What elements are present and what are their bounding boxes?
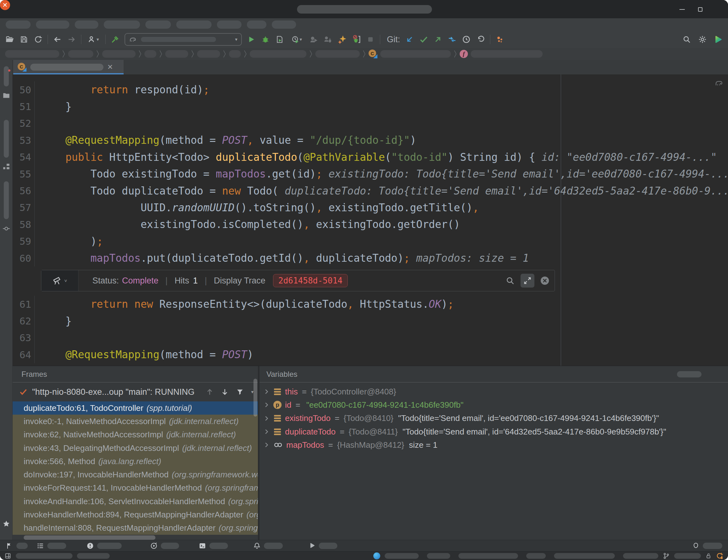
stripe-label-redacted[interactable] bbox=[4, 181, 9, 219]
git-push-icon[interactable] bbox=[433, 35, 443, 44]
variable-row[interactable]: mapTodos={HashMap@8412}size = 1 bbox=[259, 438, 728, 452]
breadcrumb-item-redacted[interactable] bbox=[380, 50, 451, 58]
line-number[interactable]: 59 bbox=[13, 233, 35, 250]
open-icon[interactable] bbox=[5, 35, 15, 44]
code-line[interactable]: 51 } bbox=[13, 98, 728, 115]
code-line[interactable]: 64 @RequestMapping(method = POST) bbox=[13, 346, 728, 363]
menu-item-redacted[interactable] bbox=[247, 20, 266, 29]
menu-item-redacted[interactable] bbox=[272, 20, 296, 29]
menu-item-redacted[interactable] bbox=[36, 20, 69, 29]
tool-window-label-redacted[interactable] bbox=[209, 543, 228, 549]
sync-icon[interactable] bbox=[33, 35, 43, 44]
status-item-redacted[interactable] bbox=[458, 553, 518, 559]
line-number[interactable]: 61 bbox=[13, 296, 35, 312]
trace-expand-icon[interactable] bbox=[521, 274, 534, 288]
menu-item-redacted[interactable] bbox=[176, 20, 212, 29]
notifications-bell-icon[interactable] bbox=[253, 542, 261, 550]
rerun-icon[interactable] bbox=[309, 35, 318, 44]
line-number[interactable]: 54 bbox=[13, 149, 35, 166]
profile-icon[interactable]: ▾ bbox=[86, 35, 101, 44]
chevron-right-icon[interactable] bbox=[263, 388, 270, 395]
problems-icon[interactable] bbox=[86, 542, 94, 550]
attach-debugger-icon[interactable] bbox=[352, 35, 361, 44]
frame-row[interactable]: doInvoke:197, InvocableHandlerMethod(org… bbox=[13, 468, 258, 481]
line-number[interactable]: 64 bbox=[13, 346, 35, 363]
frame-row[interactable]: invokeForRequest:141, InvocableHandlerMe… bbox=[13, 481, 258, 495]
tool-window-label-redacted[interactable] bbox=[703, 543, 722, 549]
toolbox-logo-icon[interactable] bbox=[713, 35, 723, 44]
code-line[interactable]: 60 mapTodos.put(duplicateTodo.getId(), d… bbox=[13, 250, 728, 266]
chevron-right-icon[interactable] bbox=[263, 415, 270, 422]
frame-row[interactable]: invoke:62, NativeMethodAccessorImpl(jdk.… bbox=[13, 428, 258, 441]
terminal-icon[interactable] bbox=[199, 542, 206, 550]
breadcrumb-item-redacted[interactable] bbox=[250, 50, 306, 58]
code-line[interactable]: 53 @RequestMapping(method = POST, value … bbox=[13, 132, 728, 149]
gradle-elephant-icon[interactable] bbox=[714, 78, 724, 88]
chevron-right-icon[interactable] bbox=[263, 401, 270, 408]
line-number[interactable]: 63 bbox=[13, 330, 35, 346]
status-item-redacted[interactable] bbox=[623, 553, 658, 559]
forward-icon[interactable] bbox=[67, 35, 76, 44]
frames-vertical-scrollbar[interactable] bbox=[253, 379, 257, 417]
variable-row[interactable]: existingTodo={Todo@8410}"Todo{title='Sen… bbox=[259, 412, 728, 425]
variable-row[interactable]: this={TodoController@8408} bbox=[259, 385, 728, 398]
variable-row[interactable]: pid="ee0d7080-c167-4994-9241-1c4b6fe390f… bbox=[259, 398, 728, 411]
debug-attach-icon[interactable] bbox=[323, 35, 333, 44]
back-icon[interactable] bbox=[53, 35, 62, 44]
chevron-right-icon[interactable] bbox=[263, 441, 270, 448]
frame-row[interactable]: invoke0:-1, NativeMethodAccessorImpl(jdk… bbox=[13, 415, 258, 428]
run-with-coverage-icon[interactable] bbox=[275, 35, 284, 44]
commit-icon[interactable] bbox=[2, 225, 10, 233]
line-number[interactable]: 51 bbox=[13, 98, 35, 115]
code-line[interactable]: 57 UUID.randomUUID().toString(), existin… bbox=[13, 199, 728, 216]
chevron-down-icon[interactable]: ▾ bbox=[251, 389, 253, 395]
breadcrumb-item-redacted[interactable] bbox=[197, 50, 220, 58]
lock-icon[interactable] bbox=[705, 553, 712, 559]
tool-window-label-redacted[interactable] bbox=[161, 543, 179, 549]
code-line[interactable]: 56 Todo duplicateTodo = new Todo( duplic… bbox=[13, 182, 728, 199]
menu-item-redacted[interactable] bbox=[145, 20, 171, 29]
project-folder-icon[interactable] bbox=[2, 91, 10, 100]
breadcrumb-item-redacted[interactable] bbox=[68, 50, 93, 58]
code-line[interactable]: 52 bbox=[13, 115, 728, 132]
run-tool-icon[interactable] bbox=[308, 542, 316, 550]
variable-row[interactable]: duplicateTodo={Todo@8411}"Todo{title='Se… bbox=[259, 425, 728, 438]
git-merge-icon[interactable] bbox=[447, 35, 457, 44]
todo-list-icon[interactable] bbox=[37, 542, 44, 550]
code-line[interactable]: 63 bbox=[13, 330, 728, 346]
line-number[interactable]: 56 bbox=[13, 182, 35, 199]
breadcrumb-item-redacted[interactable] bbox=[102, 50, 136, 58]
menu-item-redacted[interactable] bbox=[75, 20, 98, 29]
profiler-icon[interactable]: ▾ bbox=[289, 35, 304, 44]
breadcrumb-item-redacted[interactable] bbox=[471, 50, 543, 58]
git-update-icon[interactable] bbox=[405, 35, 414, 44]
run-icon[interactable] bbox=[247, 35, 256, 44]
services-icon[interactable] bbox=[150, 542, 158, 550]
code-line[interactable]: 61 return new ResponseEntity<>(duplicate… bbox=[13, 296, 728, 312]
code-line[interactable]: 59 ); bbox=[13, 233, 728, 250]
tab-close-icon[interactable]: ✕ bbox=[107, 64, 113, 71]
status-item-redacted[interactable] bbox=[554, 553, 615, 559]
status-item-redacted[interactable] bbox=[674, 553, 701, 559]
frame-row[interactable]: invokeAndHandle:106, ServletInvocableHan… bbox=[13, 495, 258, 508]
bookmarks-star-icon[interactable] bbox=[2, 520, 10, 528]
menu-item-redacted[interactable] bbox=[104, 20, 140, 29]
chevron-right-icon[interactable] bbox=[263, 428, 270, 435]
menu-item-redacted[interactable] bbox=[6, 20, 31, 29]
stripe-label-redacted[interactable] bbox=[4, 66, 9, 86]
tool-window-label-redacted[interactable] bbox=[319, 543, 337, 549]
frame-row[interactable]: invoke:43, DelegatingMethodAccessorImpl(… bbox=[13, 441, 258, 455]
code-line[interactable]: 54 public HttpEntity<Todo> duplicateTodo… bbox=[13, 149, 728, 166]
run-configuration-select[interactable]: ▾ bbox=[125, 33, 242, 46]
status-item-redacted[interactable] bbox=[427, 553, 450, 559]
line-number[interactable]: 60 bbox=[13, 250, 35, 266]
git-commit-check-icon[interactable] bbox=[419, 35, 428, 44]
code-line[interactable]: 58 existingTodo.isCompleted(), existingT… bbox=[13, 216, 728, 233]
frame-up-icon[interactable] bbox=[206, 388, 214, 396]
tool-window-label-redacted[interactable] bbox=[47, 543, 66, 549]
trace-search-icon[interactable] bbox=[505, 276, 515, 285]
line-number[interactable]: 57 bbox=[13, 199, 35, 216]
stop-icon[interactable] bbox=[366, 35, 375, 44]
frame-down-icon[interactable] bbox=[221, 388, 229, 396]
status-item-redacted[interactable] bbox=[16, 553, 73, 559]
